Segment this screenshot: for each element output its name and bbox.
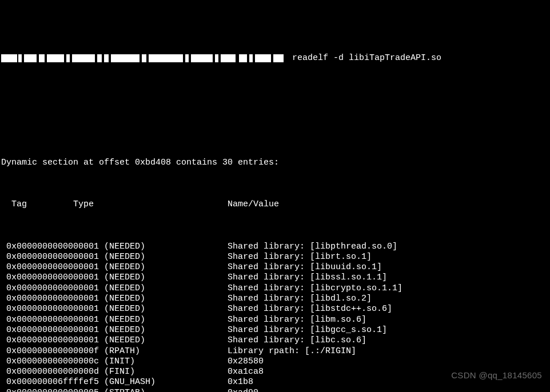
- svg-rect-2: [24, 54, 37, 62]
- svg-rect-8: [104, 54, 109, 62]
- dynamic-entry: 0x000000000000000f (RPATH) Library rpath…: [1, 346, 550, 357]
- redacted-prompt: [1, 33, 287, 85]
- svg-rect-13: [191, 54, 213, 62]
- dynamic-entries: 0x0000000000000001 (NEEDED) Shared libra…: [1, 242, 550, 392]
- dynamic-entry: 0x0000000000000001 (NEEDED) Shared libra…: [1, 262, 550, 273]
- dynamic-entry: 0x0000000000000001 (NEEDED) Shared libra…: [1, 304, 550, 314]
- svg-rect-11: [149, 54, 183, 62]
- dynamic-entry: 0x0000000000000001 (NEEDED) Shared libra…: [1, 252, 550, 262]
- svg-rect-18: [255, 54, 271, 62]
- svg-rect-5: [66, 54, 70, 62]
- dynamic-entry: 0x0000000000000001 (NEEDED) Shared libra…: [1, 242, 550, 252]
- dynamic-entry: 0x0000000000000001 (NEEDED) Shared libra…: [1, 325, 550, 335]
- svg-rect-1: [18, 54, 22, 62]
- column-header: Tag Type Name/Value: [1, 199, 550, 210]
- dynamic-entry: 0x0000000000000001 (NEEDED) Shared libra…: [1, 273, 550, 283]
- svg-rect-6: [72, 54, 95, 62]
- terminal-output[interactable]: readelf -d libiTapTradeAPI.so Dynamic se…: [0, 0, 550, 392]
- svg-rect-0: [1, 54, 17, 62]
- command-line: readelf -d libiTapTradeAPI.so: [1, 33, 550, 85]
- svg-rect-15: [221, 54, 236, 62]
- dynamic-entry: 0x0000000000000001 (NEEDED) Shared libra…: [1, 335, 550, 346]
- svg-rect-3: [39, 54, 45, 62]
- dynamic-entry: 0x000000000000000d (FINI) 0xa1ca8: [1, 367, 550, 377]
- section-header: Dynamic section at offset 0xbd408 contai…: [1, 158, 550, 168]
- dynamic-entry: 0x000000000000000c (INIT) 0x28580: [1, 357, 550, 367]
- svg-rect-9: [111, 54, 140, 62]
- svg-rect-7: [97, 54, 102, 62]
- svg-rect-17: [249, 54, 253, 62]
- dynamic-entry: 0x0000000000000001 (NEEDED) Shared libra…: [1, 283, 550, 294]
- blank-line: [1, 116, 550, 126]
- svg-rect-12: [185, 54, 189, 62]
- dynamic-entry: 0x0000000000000005 (STRTAB) 0xad90: [1, 388, 550, 392]
- dynamic-entry: 0x0000000000000001 (NEEDED) Shared libra…: [1, 294, 550, 304]
- dynamic-entry: 0x0000000000000001 (NEEDED) Shared libra…: [1, 315, 550, 325]
- svg-rect-4: [47, 54, 64, 62]
- svg-rect-19: [273, 54, 284, 62]
- svg-rect-16: [239, 54, 247, 62]
- svg-rect-14: [215, 54, 218, 62]
- svg-rect-10: [142, 54, 146, 62]
- dynamic-entry: 0x000000006ffffef5 (GNU_HASH) 0x1b8: [1, 377, 550, 387]
- command-text: readelf -d libiTapTradeAPI.so: [287, 53, 441, 63]
